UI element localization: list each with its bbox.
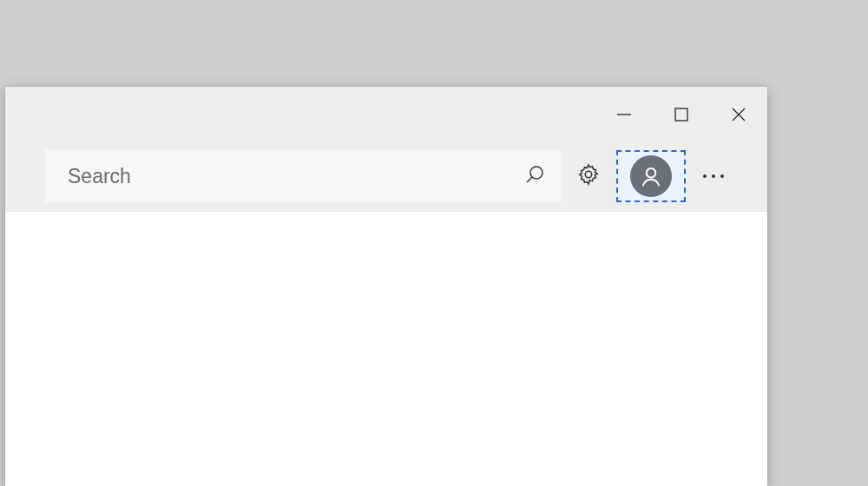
search-icon	[524, 164, 545, 188]
person-icon	[638, 163, 664, 189]
desktop-background	[0, 0, 868, 486]
svg-line-5	[527, 177, 532, 182]
more-icon	[703, 174, 707, 178]
svg-point-6	[585, 171, 591, 177]
app-window	[5, 87, 767, 486]
maximize-button[interactable]	[653, 87, 710, 141]
minimize-button[interactable]	[595, 87, 653, 141]
more-icon	[720, 174, 724, 178]
close-icon	[731, 107, 746, 122]
gear-icon	[576, 162, 601, 190]
minimize-icon	[616, 107, 632, 122]
more-icon	[712, 174, 715, 178]
titlebar	[5, 87, 767, 141]
settings-button[interactable]	[568, 150, 609, 202]
maximize-icon	[674, 107, 689, 122]
search-input[interactable]	[66, 164, 524, 189]
toolbar	[5, 141, 767, 212]
avatar	[630, 155, 672, 197]
profile-button[interactable]	[616, 150, 686, 202]
close-button[interactable]	[710, 87, 767, 141]
search-box[interactable]	[45, 150, 561, 202]
svg-point-7	[647, 168, 656, 178]
svg-rect-1	[675, 108, 687, 121]
more-button[interactable]	[693, 150, 734, 202]
content-area	[5, 212, 767, 486]
svg-point-4	[530, 167, 542, 179]
